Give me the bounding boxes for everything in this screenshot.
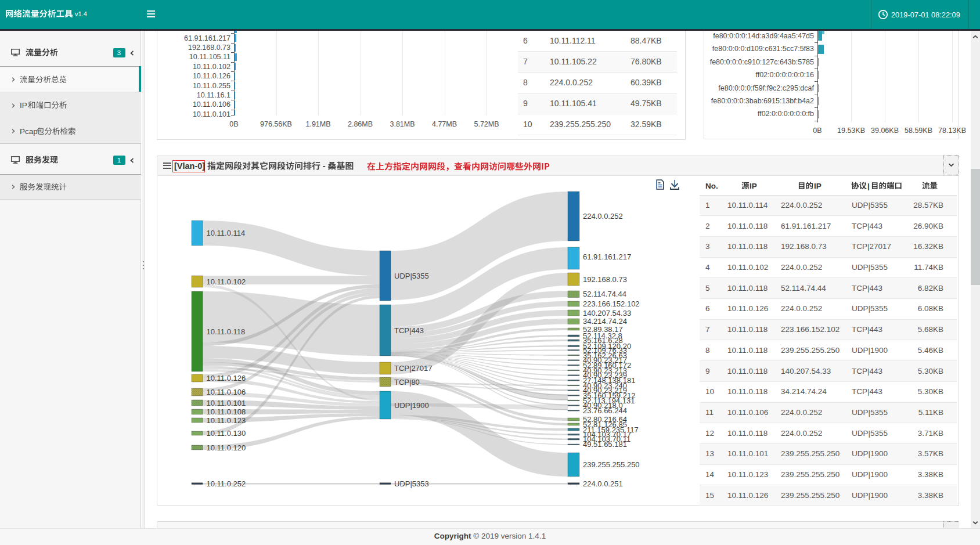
svg-text:52.114.74.44: 52.114.74.44 bbox=[583, 290, 626, 298]
svg-text:140.207.54.33: 140.207.54.33 bbox=[583, 309, 631, 317]
svg-text:49.51.65.181: 49.51.65.181 bbox=[583, 440, 627, 449]
svg-text:TCP|27017: TCP|27017 bbox=[394, 364, 433, 373]
svg-text:UDP|1900: UDP|1900 bbox=[394, 401, 429, 410]
svg-text:10.11.0.252: 10.11.0.252 bbox=[207, 479, 246, 488]
svg-text:10.11.0.118: 10.11.0.118 bbox=[207, 327, 246, 336]
svg-text:223.166.152.102: 223.166.152.102 bbox=[583, 299, 640, 308]
svg-text:10.11.0.108: 10.11.0.108 bbox=[207, 407, 246, 416]
svg-text:10.11.0.123: 10.11.0.123 bbox=[207, 416, 246, 425]
svg-text:10.11.0.126: 10.11.0.126 bbox=[207, 374, 246, 382]
svg-text:10.11.0.101: 10.11.0.101 bbox=[207, 399, 246, 407]
svg-text:192.168.0.73: 192.168.0.73 bbox=[583, 275, 627, 284]
svg-text:UDP|5353: UDP|5353 bbox=[394, 479, 429, 488]
svg-text:10.11.0.130: 10.11.0.130 bbox=[207, 429, 246, 438]
svg-text:224.0.0.252: 224.0.0.252 bbox=[583, 212, 623, 221]
svg-text:TCP|80: TCP|80 bbox=[394, 378, 420, 387]
svg-text:23.76.66.244: 23.76.66.244 bbox=[583, 406, 627, 415]
svg-text:10.11.0.106: 10.11.0.106 bbox=[207, 388, 246, 396]
svg-text:239.255.255.250: 239.255.255.250 bbox=[583, 460, 640, 469]
svg-text:224.0.0.251: 224.0.0.251 bbox=[583, 479, 623, 488]
svg-text:10.11.0.120: 10.11.0.120 bbox=[207, 443, 246, 452]
svg-text:UDP|5355: UDP|5355 bbox=[394, 272, 429, 280]
svg-text:TCP|443: TCP|443 bbox=[394, 326, 424, 335]
svg-text:61.91.161.217: 61.91.161.217 bbox=[583, 252, 631, 261]
svg-text:10.11.0.102: 10.11.0.102 bbox=[207, 277, 246, 286]
svg-text:10.11.0.114: 10.11.0.114 bbox=[207, 229, 246, 237]
